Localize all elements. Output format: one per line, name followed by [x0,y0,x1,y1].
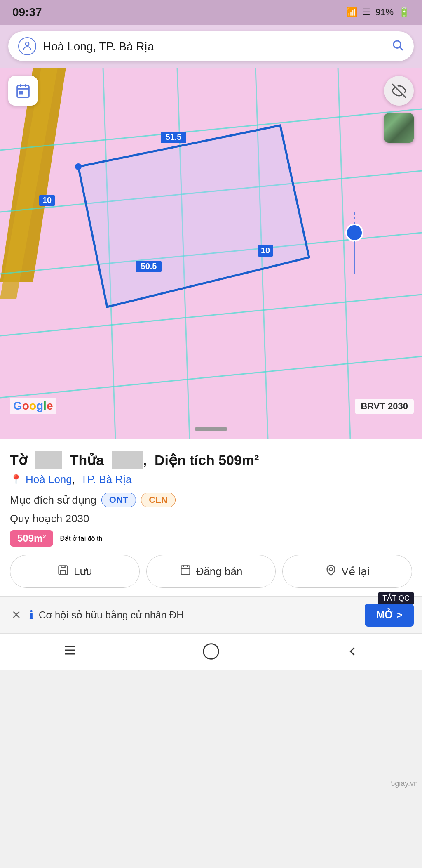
svg-point-40 [329,568,332,571]
ad-open-wrapper: TẮT QC MỞ > [360,604,414,627]
title-blur2 [112,451,143,469]
svg-text:10: 10 [42,196,52,205]
nav-back-button[interactable] [345,644,360,660]
svg-text:10: 10 [261,246,270,255]
info-panel: Tờ Thửa , Diện tích 509m² 📍 Hoà Long, TP… [0,439,422,596]
dang-ban-label: Đăng bán [196,565,243,578]
luu-label: Lưu [74,565,92,578]
status-bar: 09:37 📶 ☰ 91% 🔋 [0,0,422,25]
google-brand: Google [10,398,56,414]
muc-dich-label: Mục đích sử dụng [10,494,96,507]
signal-icon: ☰ [362,7,370,18]
brvt-badge: BRVT 2030 [355,399,414,414]
ad-text: Cơ hội sở hữu bằng cử nhân ĐH [39,609,183,621]
area-badge: 509m² [10,530,53,547]
search-location-text: Hoà Long, TP. Bà Rịa [43,40,385,53]
info-title: Tờ Thửa , Diện tích 509m² [10,451,412,469]
status-time: 09:37 [12,6,42,19]
search-icon-button[interactable] [392,39,404,54]
status-icons: 📶 ☰ 91% 🔋 [346,7,410,18]
dang-ban-icon [180,564,191,579]
ad-left: ✕ ℹ Cơ hội sở hữu bằng cử nhân ĐH [8,605,360,625]
ad-open-button[interactable]: MỞ > [365,604,414,627]
quy-hoach-text: Quy hoạch 2030 [10,512,89,525]
battery-icon: 🔋 [399,7,410,18]
nav-menu-button[interactable] [62,643,77,661]
person-icon [18,37,36,55]
title-blur1 [35,451,62,469]
svg-text:50.5: 50.5 [141,262,157,271]
search-bar-container: Hoà Long, TP. Bà Rịa [0,25,422,68]
ve-lai-button[interactable]: Về lại [282,555,412,588]
svg-line-2 [400,47,403,50]
map-container[interactable]: 10 51.5 50.5 10 [0,68,422,439]
watermark: 5giay.vn [391,779,418,788]
title-to: Tờ [10,452,27,468]
location-links[interactable]: Hoà Long, TP. Bà Rịa [26,473,132,486]
satellite-button[interactable] [384,113,414,143]
quy-hoach-row: Quy hoạch 2030 [10,512,412,525]
svg-point-1 [394,41,401,48]
ve-lai-label: Về lại [342,565,370,578]
tag-ont[interactable]: ONT [101,493,136,507]
calendar-map-button[interactable] [8,76,38,106]
wifi-icon: 📶 [346,7,357,18]
action-buttons: Lưu Đăng bán Về lại [10,555,412,588]
svg-rect-35 [61,571,66,574]
luu-button[interactable]: Lưu [10,555,140,588]
svg-point-0 [26,42,29,46]
location-ba-ria-link[interactable]: TP. Bà Rịa [81,473,132,486]
land-type-text: Đất ở tại đô thị [60,535,104,542]
hide-map-button[interactable] [384,76,414,106]
svg-rect-36 [181,566,190,574]
location-hoa-long-link[interactable]: Hoà Long [26,473,72,486]
battery-text: 91% [375,7,394,18]
ad-banner-wrapper: ✕ ℹ Cơ hội sở hữu bằng cử nhân ĐH TẮT QC… [0,596,422,633]
svg-rect-32 [20,92,22,94]
muc-dich-row: Mục đích sử dụng ONT CLN [10,493,412,507]
ad-close-button[interactable]: ✕ [8,605,24,625]
dang-ban-button[interactable]: Đăng bán [146,555,276,588]
ad-banner: ✕ ℹ Cơ hội sở hữu bằng cử nhân ĐH TẮT QC… [0,596,422,633]
location-pin-icon: 📍 [10,474,22,486]
nav-home-button[interactable] [202,642,220,662]
luu-icon [57,564,69,579]
info-location: 📍 Hoà Long, TP. Bà Rịa [10,473,412,486]
svg-text:51.5: 51.5 [166,132,182,142]
ve-lai-icon [325,564,337,579]
ad-tat-qc-label: TẮT QC [378,592,414,604]
title-dien-tich: Diện tích [155,452,215,468]
search-bar[interactable]: Hoà Long, TP. Bà Rịa [8,31,414,61]
tag-cln[interactable]: CLN [141,493,175,507]
map-scroll-indicator[interactable] [195,427,227,431]
svg-point-44 [204,644,219,659]
title-thua: Thửa [70,452,104,468]
title-area: 509m² [218,452,259,468]
ad-info-icon: ℹ [29,608,34,622]
info-area-row: 509m² Đất ở tại đô thị [10,530,412,547]
nav-bar [0,633,422,670]
svg-point-27 [75,163,82,170]
